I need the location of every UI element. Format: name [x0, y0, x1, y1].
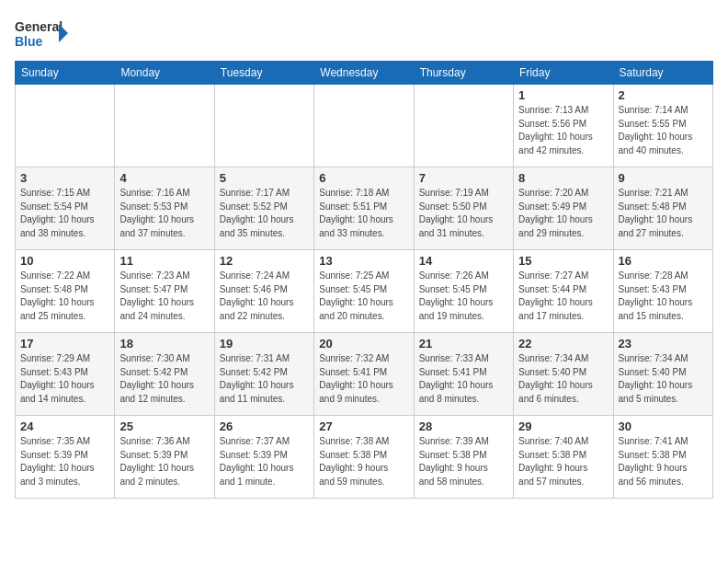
day-number: 26 — [220, 419, 309, 433]
day-number: 14 — [419, 254, 508, 268]
day-number: 8 — [518, 171, 608, 185]
day-info: Sunrise: 7:34 AM Sunset: 5:40 PM Dayligh… — [518, 352, 608, 406]
calendar-cell: 19Sunrise: 7:31 AM Sunset: 5:42 PM Dayli… — [214, 333, 313, 416]
calendar-cell: 28Sunrise: 7:39 AM Sunset: 5:38 PM Dayli… — [414, 416, 513, 499]
svg-text:General: General — [15, 19, 63, 34]
calendar-cell: 22Sunrise: 7:34 AM Sunset: 5:40 PM Dayli… — [514, 333, 613, 416]
day-number: 7 — [419, 171, 508, 185]
svg-marker-2 — [59, 24, 68, 42]
day-number: 1 — [518, 88, 608, 102]
page-header: GeneralBlue — [15, 15, 713, 53]
day-info: Sunrise: 7:20 AM Sunset: 5:49 PM Dayligh… — [518, 187, 608, 240]
day-info: Sunrise: 7:19 AM Sunset: 5:50 PM Dayligh… — [419, 187, 508, 240]
day-number: 29 — [518, 419, 608, 433]
calendar-cell: 3Sunrise: 7:15 AM Sunset: 5:54 PM Daylig… — [16, 167, 115, 250]
day-info: Sunrise: 7:13 AM Sunset: 5:56 PM Dayligh… — [518, 104, 608, 157]
day-number: 27 — [319, 419, 408, 433]
calendar-cell — [115, 85, 214, 167]
calendar-cell: 7Sunrise: 7:19 AM Sunset: 5:50 PM Daylig… — [414, 167, 513, 250]
calendar-cell — [314, 85, 414, 167]
calendar-cell: 30Sunrise: 7:41 AM Sunset: 5:38 PM Dayli… — [613, 416, 712, 499]
calendar-cell: 11Sunrise: 7:23 AM Sunset: 5:47 PM Dayli… — [115, 250, 214, 333]
calendar-cell: 26Sunrise: 7:37 AM Sunset: 5:39 PM Dayli… — [214, 416, 313, 499]
day-info: Sunrise: 7:25 AM Sunset: 5:45 PM Dayligh… — [319, 270, 408, 323]
day-info: Sunrise: 7:39 AM Sunset: 5:38 PM Dayligh… — [419, 435, 508, 488]
calendar-cell: 15Sunrise: 7:27 AM Sunset: 5:44 PM Dayli… — [514, 250, 613, 333]
day-number: 4 — [119, 171, 209, 185]
calendar-cell: 18Sunrise: 7:30 AM Sunset: 5:42 PM Dayli… — [115, 333, 214, 416]
day-info: Sunrise: 7:33 AM Sunset: 5:41 PM Dayligh… — [419, 352, 508, 406]
calendar-cell: 29Sunrise: 7:40 AM Sunset: 5:38 PM Dayli… — [514, 416, 613, 499]
calendar-cell: 16Sunrise: 7:28 AM Sunset: 5:43 PM Dayli… — [613, 250, 712, 333]
calendar-cell — [16, 85, 115, 167]
day-number: 20 — [319, 337, 408, 350]
calendar-cell: 6Sunrise: 7:18 AM Sunset: 5:51 PM Daylig… — [314, 167, 414, 250]
calendar-cell: 8Sunrise: 7:20 AM Sunset: 5:49 PM Daylig… — [514, 167, 613, 250]
day-info: Sunrise: 7:29 AM Sunset: 5:43 PM Dayligh… — [20, 352, 109, 406]
day-number: 15 — [518, 254, 608, 268]
day-info: Sunrise: 7:17 AM Sunset: 5:52 PM Dayligh… — [220, 187, 309, 240]
day-number: 9 — [619, 171, 708, 185]
day-number: 17 — [20, 337, 109, 350]
calendar-cell: 2Sunrise: 7:14 AM Sunset: 5:55 PM Daylig… — [613, 85, 712, 167]
calendar-cell: 5Sunrise: 7:17 AM Sunset: 5:52 PM Daylig… — [214, 167, 313, 250]
weekday-header-row: SundayMondayTuesdayWednesdayThursdayFrid… — [16, 62, 713, 85]
calendar-cell: 21Sunrise: 7:33 AM Sunset: 5:41 PM Dayli… — [414, 333, 513, 416]
day-info: Sunrise: 7:38 AM Sunset: 5:38 PM Dayligh… — [319, 435, 408, 488]
day-number: 6 — [319, 171, 408, 185]
day-number: 30 — [619, 419, 708, 433]
day-info: Sunrise: 7:22 AM Sunset: 5:48 PM Dayligh… — [20, 270, 109, 323]
calendar-cell: 20Sunrise: 7:32 AM Sunset: 5:41 PM Dayli… — [314, 333, 414, 416]
weekday-header-sunday: Sunday — [16, 62, 115, 85]
day-info: Sunrise: 7:30 AM Sunset: 5:42 PM Dayligh… — [119, 352, 209, 406]
calendar-cell: 24Sunrise: 7:35 AM Sunset: 5:39 PM Dayli… — [16, 416, 115, 499]
day-info: Sunrise: 7:35 AM Sunset: 5:39 PM Dayligh… — [20, 435, 109, 488]
day-number: 25 — [119, 419, 209, 433]
day-number: 18 — [119, 337, 209, 350]
day-info: Sunrise: 7:16 AM Sunset: 5:53 PM Dayligh… — [119, 187, 209, 240]
day-info: Sunrise: 7:31 AM Sunset: 5:42 PM Dayligh… — [220, 352, 309, 406]
day-number: 16 — [619, 254, 708, 268]
calendar-cell — [414, 85, 513, 167]
day-number: 22 — [518, 337, 608, 350]
calendar-week-3: 10Sunrise: 7:22 AM Sunset: 5:48 PM Dayli… — [16, 250, 713, 333]
day-info: Sunrise: 7:14 AM Sunset: 5:55 PM Dayligh… — [619, 104, 708, 157]
svg-text:Blue: Blue — [15, 34, 43, 49]
logo: GeneralBlue — [15, 15, 70, 53]
day-number: 10 — [20, 254, 109, 268]
calendar-cell — [214, 85, 313, 167]
day-info: Sunrise: 7:37 AM Sunset: 5:39 PM Dayligh… — [220, 435, 309, 488]
calendar-week-2: 3Sunrise: 7:15 AM Sunset: 5:54 PM Daylig… — [16, 167, 713, 250]
weekday-header-saturday: Saturday — [613, 62, 712, 85]
calendar-cell: 12Sunrise: 7:24 AM Sunset: 5:46 PM Dayli… — [214, 250, 313, 333]
day-info: Sunrise: 7:24 AM Sunset: 5:46 PM Dayligh… — [220, 270, 309, 323]
weekday-header-friday: Friday — [514, 62, 613, 85]
day-info: Sunrise: 7:32 AM Sunset: 5:41 PM Dayligh… — [319, 352, 408, 406]
day-info: Sunrise: 7:40 AM Sunset: 5:38 PM Dayligh… — [518, 435, 608, 488]
calendar-cell: 17Sunrise: 7:29 AM Sunset: 5:43 PM Dayli… — [16, 333, 115, 416]
calendar-table: SundayMondayTuesdayWednesdayThursdayFrid… — [15, 61, 713, 499]
day-number: 23 — [619, 337, 708, 350]
calendar-cell: 27Sunrise: 7:38 AM Sunset: 5:38 PM Dayli… — [314, 416, 414, 499]
calendar-cell: 14Sunrise: 7:26 AM Sunset: 5:45 PM Dayli… — [414, 250, 513, 333]
calendar-cell: 4Sunrise: 7:16 AM Sunset: 5:53 PM Daylig… — [115, 167, 214, 250]
calendar-week-5: 24Sunrise: 7:35 AM Sunset: 5:39 PM Dayli… — [16, 416, 713, 499]
calendar-week-4: 17Sunrise: 7:29 AM Sunset: 5:43 PM Dayli… — [16, 333, 713, 416]
calendar-cell: 13Sunrise: 7:25 AM Sunset: 5:45 PM Dayli… — [314, 250, 414, 333]
day-info: Sunrise: 7:23 AM Sunset: 5:47 PM Dayligh… — [119, 270, 209, 323]
day-info: Sunrise: 7:15 AM Sunset: 5:54 PM Dayligh… — [20, 187, 109, 240]
day-info: Sunrise: 7:41 AM Sunset: 5:38 PM Dayligh… — [619, 435, 708, 488]
day-info: Sunrise: 7:26 AM Sunset: 5:45 PM Dayligh… — [419, 270, 508, 323]
day-number: 28 — [419, 419, 508, 433]
weekday-header-monday: Monday — [115, 62, 214, 85]
calendar-cell: 1Sunrise: 7:13 AM Sunset: 5:56 PM Daylig… — [514, 85, 613, 167]
day-info: Sunrise: 7:18 AM Sunset: 5:51 PM Dayligh… — [319, 187, 408, 240]
day-number: 13 — [319, 254, 408, 268]
day-number: 5 — [220, 171, 309, 185]
calendar-cell: 23Sunrise: 7:34 AM Sunset: 5:40 PM Dayli… — [613, 333, 712, 416]
day-info: Sunrise: 7:34 AM Sunset: 5:40 PM Dayligh… — [619, 352, 708, 406]
day-number: 19 — [220, 337, 309, 350]
calendar-week-1: 1Sunrise: 7:13 AM Sunset: 5:56 PM Daylig… — [16, 85, 713, 167]
calendar-cell: 9Sunrise: 7:21 AM Sunset: 5:48 PM Daylig… — [613, 167, 712, 250]
day-info: Sunrise: 7:21 AM Sunset: 5:48 PM Dayligh… — [619, 187, 708, 240]
